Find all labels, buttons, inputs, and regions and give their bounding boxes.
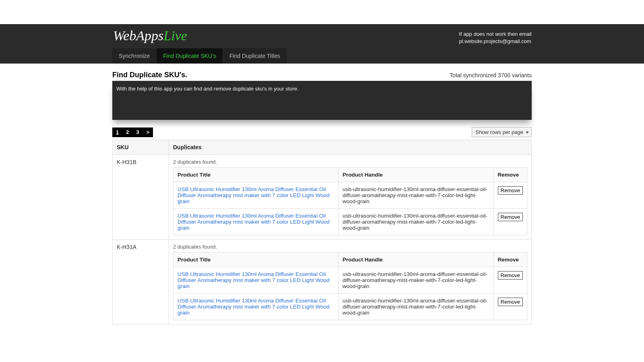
- brand-logo[interactable]: WebAppsLive: [112, 29, 187, 43]
- inner-table-row: USB Ultrasonic Humidifier 130ml Aroma Di…: [173, 182, 527, 209]
- brand-first: WebApps: [113, 28, 163, 43]
- product-title-cell: USB Ultrasonic Humidifier 130ml Aroma Di…: [173, 182, 339, 209]
- notice-line-2: pl.website.projects@gmail.com: [459, 38, 531, 44]
- duplicates-cell: 2 duplicates found.Product TitleProduct …: [169, 240, 532, 325]
- inner-column-header-remove: Remove: [493, 253, 527, 267]
- product-handle-cell: usb-ultrasonic-humidifier-130ml-aroma-di…: [339, 294, 494, 320]
- column-header-sku: SKU: [113, 140, 169, 155]
- inner-column-header-handle: Product Handle: [339, 253, 494, 267]
- support-notice: If app does not work then email pl.websi…: [459, 29, 532, 45]
- inner-table-row: USB Ultrasonic Humidifier 130ml Aroma Di…: [173, 209, 527, 235]
- topbar: WebAppsLive If app does not work then em…: [0, 24, 644, 48]
- rows-per-page-select[interactable]: Show rows per page: [472, 127, 532, 137]
- remove-cell: Remove: [493, 209, 527, 235]
- inner-column-header-handle: Product Handle: [339, 168, 494, 182]
- tab-synchronize[interactable]: Synchronize: [112, 48, 156, 64]
- product-title-cell: USB Ultrasonic Humidifier 130ml Aroma Di…: [173, 267, 339, 294]
- inner-duplicates-table: Product TitleProduct HandleRemoveUSB Ult…: [173, 252, 527, 320]
- product-title-cell: USB Ultrasonic Humidifier 130ml Aroma Di…: [173, 294, 339, 320]
- remove-button[interactable]: Remove: [498, 298, 523, 306]
- remove-cell: Remove: [493, 267, 527, 294]
- product-title-cell: USB Ultrasonic Humidifier 130ml Aroma Di…: [173, 209, 339, 235]
- remove-cell: Remove: [493, 182, 527, 209]
- inner-column-header-title: Product Title: [173, 168, 339, 182]
- sku-cell: K-H31B: [113, 155, 169, 240]
- page-title: Find Duplicate SKU's.: [112, 71, 187, 79]
- tab-find-duplicate-skus[interactable]: Find Duplicate SKU's: [156, 48, 223, 64]
- sync-summary: Total synchronized 3700 variants: [450, 72, 532, 78]
- product-handle-cell: usb-ultrasonic-humidifier-130ml-aroma-di…: [339, 209, 494, 235]
- duplicates-table: SKU Duplicates K-H31B2 duplicates found.…: [112, 140, 532, 325]
- pager: 1 2 3 >: [112, 128, 153, 137]
- sku-cell: K-H31A: [113, 240, 169, 325]
- tab-find-duplicate-titles[interactable]: Find Duplicate Titles: [223, 48, 287, 64]
- pager-page-2[interactable]: 2: [122, 129, 132, 135]
- rows-per-page-label: Show rows per page: [475, 129, 523, 135]
- duplicates-cell: 2 duplicates found.Product TitleProduct …: [169, 155, 532, 240]
- product-title-link[interactable]: USB Ultrasonic Humidifier 130ml Aroma Di…: [178, 186, 330, 204]
- inner-table-row: USB Ultrasonic Humidifier 130ml Aroma Di…: [173, 267, 527, 294]
- product-handle-cell: usb-ultrasonic-humidifier-130ml-aroma-di…: [339, 182, 494, 209]
- remove-button[interactable]: Remove: [498, 271, 523, 280]
- info-text: With the help of this app you can find a…: [116, 86, 299, 92]
- product-title-link[interactable]: USB Ultrasonic Humidifier 130ml Aroma Di…: [178, 271, 330, 289]
- notice-line-1: If app does not work then email: [459, 31, 532, 37]
- brand-second: Live: [163, 28, 187, 43]
- product-title-link[interactable]: USB Ultrasonic Humidifier 130ml Aroma Di…: [178, 298, 330, 316]
- column-header-duplicates: Duplicates: [169, 140, 532, 155]
- table-row: K-H31B2 duplicates found.Product TitlePr…: [113, 155, 532, 240]
- remove-cell: Remove: [493, 294, 527, 320]
- inner-duplicates-table: Product TitleProduct HandleRemoveUSB Ult…: [173, 167, 527, 235]
- pager-next[interactable]: >: [143, 129, 153, 135]
- pager-page-1[interactable]: 1: [112, 129, 122, 135]
- remove-button[interactable]: Remove: [498, 213, 523, 221]
- inner-table-row: USB Ultrasonic Humidifier 130ml Aroma Di…: [173, 294, 527, 320]
- product-title-link[interactable]: USB Ultrasonic Humidifier 130ml Aroma Di…: [178, 213, 330, 231]
- info-box: With the help of this app you can find a…: [112, 81, 532, 120]
- inner-column-header-remove: Remove: [493, 168, 527, 182]
- duplicates-found-text: 2 duplicates found.: [173, 244, 527, 250]
- nav-tabs: Synchronize Find Duplicate SKU's Find Du…: [0, 48, 644, 64]
- remove-button[interactable]: Remove: [498, 186, 523, 195]
- table-row: K-H31A2 duplicates found.Product TitlePr…: [113, 240, 532, 325]
- duplicates-found-text: 2 duplicates found.: [173, 159, 527, 165]
- pager-page-3[interactable]: 3: [132, 129, 142, 135]
- product-handle-cell: usb-ultrasonic-humidifier-130ml-aroma-di…: [339, 267, 494, 294]
- inner-column-header-title: Product Title: [173, 253, 339, 267]
